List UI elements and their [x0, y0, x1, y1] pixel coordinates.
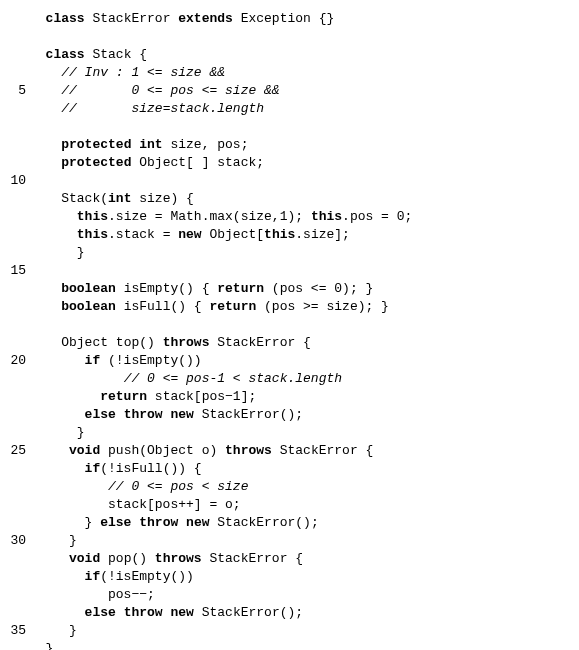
gutter-line	[0, 568, 26, 586]
gutter-line	[0, 226, 26, 244]
code-line: class StackError extends Exception {}	[30, 10, 569, 28]
code-line: else throw new StackError();	[30, 406, 569, 424]
gutter-line	[0, 586, 26, 604]
code-line: Object top() throws StackError {	[30, 334, 569, 352]
code-line: // 0 <= pos < size	[30, 478, 569, 496]
line-number-gutter: 5 10 15 20 25 30 35	[0, 10, 30, 650]
gutter-line-35: 35	[0, 622, 26, 640]
gutter-line	[0, 334, 26, 352]
gutter-line	[0, 424, 26, 442]
gutter-line	[0, 100, 26, 118]
gutter-line	[0, 46, 26, 64]
code-line: if(!isEmpty())	[30, 568, 569, 586]
gutter-line	[0, 388, 26, 406]
code-line: void pop() throws StackError {	[30, 550, 569, 568]
code-line: } else throw new StackError();	[30, 514, 569, 532]
code-line: }	[30, 622, 569, 640]
code-line: else throw new StackError();	[30, 604, 569, 622]
code-line: protected Object[ ] stack;	[30, 154, 569, 172]
gutter-line	[0, 244, 26, 262]
code-line: pos−−;	[30, 586, 569, 604]
gutter-line	[0, 406, 26, 424]
gutter-line-20: 20	[0, 352, 26, 370]
gutter-line-15: 15	[0, 262, 26, 280]
gutter-line	[0, 478, 26, 496]
gutter-line	[0, 604, 26, 622]
gutter-line	[0, 370, 26, 388]
gutter-line	[0, 154, 26, 172]
code-listing: 5 10 15 20 25 30 35 class StackError e	[0, 10, 569, 650]
code-line: }	[30, 424, 569, 442]
code-line: stack[pos++] = o;	[30, 496, 569, 514]
gutter-line	[0, 190, 26, 208]
code-line: }	[30, 640, 569, 650]
code-body: class StackError extends Exception {} cl…	[30, 10, 569, 650]
code-line: void push(Object o) throws StackError {	[30, 442, 569, 460]
code-line: if(!isFull()) {	[30, 460, 569, 478]
gutter-line	[0, 280, 26, 298]
code-line: }	[30, 532, 569, 550]
gutter-line	[0, 316, 26, 334]
code-line	[30, 28, 569, 46]
gutter-line	[0, 298, 26, 316]
gutter-line	[0, 118, 26, 136]
code-line: Stack(int size) {	[30, 190, 569, 208]
code-line	[30, 262, 569, 280]
code-line	[30, 316, 569, 334]
code-line: this.size = Math.max(size,1); this.pos =…	[30, 208, 569, 226]
gutter-line-5: 5	[0, 82, 26, 100]
code-line: protected int size, pos;	[30, 136, 569, 154]
code-line: // 0 <= pos <= size &&	[30, 82, 569, 100]
gutter-line	[0, 640, 26, 650]
gutter-line	[0, 550, 26, 568]
gutter-line	[0, 28, 26, 46]
gutter-line	[0, 208, 26, 226]
gutter-line	[0, 10, 26, 28]
code-line: boolean isFull() { return (pos >= size);…	[30, 298, 569, 316]
code-line: boolean isEmpty() { return (pos <= 0); }	[30, 280, 569, 298]
code-line: this.stack = new Object[this.size];	[30, 226, 569, 244]
gutter-line	[0, 136, 26, 154]
gutter-line-30: 30	[0, 532, 26, 550]
gutter-line	[0, 460, 26, 478]
code-line: if (!isEmpty())	[30, 352, 569, 370]
gutter-line-25: 25	[0, 442, 26, 460]
gutter-line	[0, 496, 26, 514]
gutter-line	[0, 514, 26, 532]
code-line: return stack[pos−1];	[30, 388, 569, 406]
code-line	[30, 118, 569, 136]
code-line	[30, 172, 569, 190]
code-line: // Inv : 1 <= size &&	[30, 64, 569, 82]
code-line: }	[30, 244, 569, 262]
code-line: // 0 <= pos-1 < stack.length	[30, 370, 569, 388]
code-line: // size=stack.length	[30, 100, 569, 118]
gutter-line-10: 10	[0, 172, 26, 190]
gutter-line	[0, 64, 26, 82]
code-line: class Stack {	[30, 46, 569, 64]
